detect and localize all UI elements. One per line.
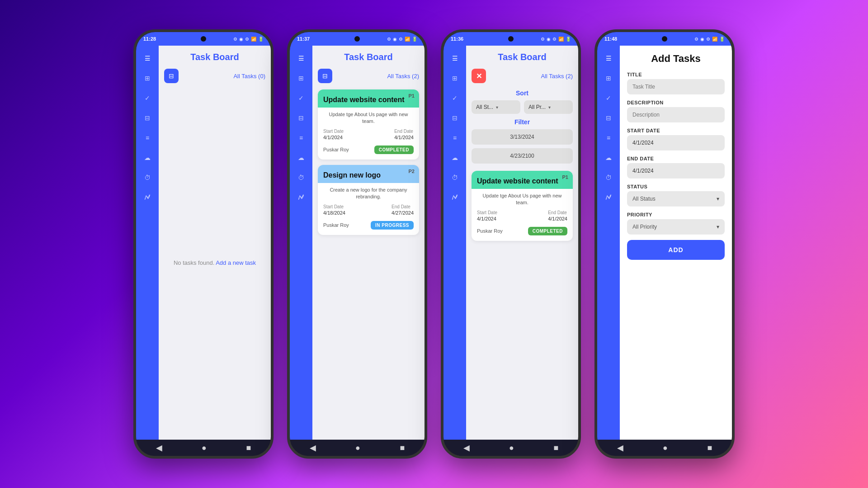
bottom-nav-3: ◀ ● ■ bbox=[443, 440, 578, 456]
sidebar-check-3[interactable]: ✓ bbox=[449, 93, 460, 103]
status-select-4[interactable]: All Status ▾ bbox=[627, 191, 725, 206]
square-btn-3[interactable]: ■ bbox=[553, 443, 558, 453]
sidebar-bars-4[interactable]: ≡ bbox=[603, 132, 614, 143]
filter-button-2[interactable]: ⊟ bbox=[318, 69, 332, 83]
sidebar-calendar-1[interactable]: ⊟ bbox=[142, 113, 153, 123]
start-date-label-1: Start Date bbox=[323, 129, 344, 134]
sidebar-calendar-2[interactable]: ⊟ bbox=[296, 113, 307, 123]
home-btn-4[interactable]: ● bbox=[663, 443, 668, 453]
start-date-input-4[interactable]: 4/1/2024 bbox=[627, 135, 725, 150]
task-card-body-2: Create a new logo for the company rebran… bbox=[318, 183, 419, 235]
sidebar-cloud-4[interactable]: ☁ bbox=[603, 152, 614, 163]
sidebar-cloud-3[interactable]: ☁ bbox=[449, 152, 460, 163]
home-btn-2[interactable]: ● bbox=[355, 443, 360, 453]
sort-title-3: Sort bbox=[472, 89, 573, 97]
empty-state-1: No tasks found. Add a new task bbox=[159, 86, 271, 440]
sidebar-cloud-2[interactable]: ☁ bbox=[296, 152, 307, 163]
square-btn-1[interactable]: ■ bbox=[246, 443, 251, 453]
task-card-title-1: Update website content bbox=[323, 96, 414, 104]
sidebar-check-2[interactable]: ✓ bbox=[296, 93, 307, 103]
square-btn-4[interactable]: ■ bbox=[707, 443, 712, 453]
sidebar-bars-2[interactable]: ≡ bbox=[296, 132, 307, 143]
sidebar-chart-3[interactable]: 🗲 bbox=[449, 192, 460, 203]
back-btn-4[interactable]: ◀ bbox=[617, 443, 623, 453]
end-date-label-1: End Date bbox=[394, 129, 414, 134]
sidebar-chart-4[interactable]: 🗲 bbox=[603, 192, 614, 203]
end-date-label-4: END DATE bbox=[627, 156, 725, 161]
sidebar-clock-4[interactable]: ⏱ bbox=[603, 172, 614, 183]
sidebar-menu-2[interactable]: ☰ bbox=[296, 53, 307, 64]
sidebar-menu-3[interactable]: ☰ bbox=[449, 53, 460, 64]
empty-message-1: No tasks found. Add a new task bbox=[174, 259, 256, 266]
sidebar-check-1[interactable]: ✓ bbox=[142, 93, 153, 103]
sidebar-check-4[interactable]: ✓ bbox=[603, 93, 614, 103]
status-bar-4: 11:48 ⚙◉⚙📶🔋 bbox=[597, 32, 732, 46]
sidebar-bars-1[interactable]: ≡ bbox=[142, 132, 153, 143]
sort-priority-dropdown-3[interactable]: All Pr... ▾ bbox=[524, 100, 573, 114]
sort-status-dropdown-3[interactable]: All St... ▾ bbox=[472, 100, 520, 114]
sort-status-value-3: All St... bbox=[476, 104, 496, 110]
task-card-1[interactable]: P1 Update website content Update tge Abo… bbox=[318, 89, 419, 160]
sidebar-bars-3[interactable]: ≡ bbox=[449, 132, 460, 143]
filter-button-1[interactable]: ⊟ bbox=[164, 69, 179, 83]
camera-dot-4 bbox=[662, 36, 667, 42]
assignee-2: Puskar Roy bbox=[323, 222, 349, 228]
task-list-3: P1 Update website content Update tge Abo… bbox=[466, 171, 578, 440]
sidebar-menu-4[interactable]: ☰ bbox=[603, 53, 614, 64]
phone-2: 11:37 ⚙◉⚙📶🔋 ☰ ⊞ ✓ ⊟ ≡ ☁ ⏱ 🗲 Task Board ⊟… bbox=[287, 29, 427, 459]
priority-select-4[interactable]: All Priority ▾ bbox=[627, 219, 725, 235]
sidebar-calendar-4[interactable]: ⊟ bbox=[603, 113, 614, 123]
close-filter-button-3[interactable]: ✕ bbox=[472, 69, 486, 83]
back-btn-2[interactable]: ◀ bbox=[310, 443, 316, 453]
priority-label-4: PRIORITY bbox=[627, 212, 725, 217]
end-date-value-2: 4/27/2024 bbox=[392, 210, 414, 216]
status-icons-3: ⚙◉⚙📶🔋 bbox=[541, 37, 571, 42]
task-card-3-1[interactable]: P1 Update website content Update tge Abo… bbox=[472, 171, 573, 241]
end-date-input-4[interactable]: 4/1/2024 bbox=[627, 163, 725, 178]
sidebar-grid-4[interactable]: ⊞ bbox=[603, 73, 614, 84]
start-date-value-3-1: 4/1/2024 bbox=[477, 216, 497, 221]
task-card-2[interactable]: P2 Design new logo Create a new logo for… bbox=[318, 165, 419, 235]
sidebar-grid-1[interactable]: ⊞ bbox=[142, 73, 153, 84]
add-task-link-1[interactable]: Add a new task bbox=[216, 259, 256, 266]
task-footer-3-1: Puskar Roy COMPLETED bbox=[477, 225, 567, 237]
sidebar-chart-2[interactable]: 🗲 bbox=[296, 192, 307, 203]
status-bar-1: 11:28 ⚙◉⚙📶🔋 bbox=[136, 32, 271, 46]
sort-status-arrow-3: ▾ bbox=[496, 105, 516, 110]
sidebar-calendar-3[interactable]: ⊟ bbox=[449, 113, 460, 123]
priority-badge-2: P2 bbox=[409, 169, 415, 174]
back-btn-3[interactable]: ◀ bbox=[463, 443, 470, 453]
sidebar-menu-1[interactable]: ☰ bbox=[142, 53, 153, 64]
task-description-2: Create a new logo for the company rebran… bbox=[323, 187, 414, 201]
sidebar-1: ☰ ⊞ ✓ ⊟ ≡ ☁ ⏱ 🗲 bbox=[136, 46, 159, 440]
end-date-value-1: 4/1/2024 bbox=[394, 135, 414, 140]
sidebar-chart-1[interactable]: 🗲 bbox=[142, 192, 153, 203]
sidebar-clock-1[interactable]: ⏱ bbox=[142, 172, 153, 183]
description-input-4[interactable] bbox=[627, 107, 725, 122]
sidebar-clock-3[interactable]: ⏱ bbox=[449, 172, 460, 183]
filter-date-2-3[interactable]: 4/23/2100 bbox=[472, 148, 573, 164]
sidebar-cloud-1[interactable]: ☁ bbox=[142, 152, 153, 163]
phone-3: 11:36 ⚙◉⚙📶🔋 ☰ ⊞ ✓ ⊟ ≡ ☁ ⏱ 🗲 Task Board ✕… bbox=[441, 29, 581, 459]
phone-1: 11:28 ⚙◉⚙📶🔋 ☰ ⊞ ✓ ⊟ ≡ ☁ ⏱ 🗲 Task Board ⊟… bbox=[133, 29, 274, 459]
home-btn-1[interactable]: ● bbox=[202, 443, 207, 453]
back-btn-1[interactable]: ◀ bbox=[156, 443, 162, 453]
app-title-1: Task Board bbox=[164, 52, 265, 62]
task-card-body-1: Update tge About Us page with new team. … bbox=[318, 108, 419, 160]
add-button-4[interactable]: ADD bbox=[627, 240, 725, 260]
filter-date-1-3[interactable]: 3/13/2024 bbox=[472, 129, 573, 145]
phone-body-1: ☰ ⊞ ✓ ⊟ ≡ ☁ ⏱ 🗲 Task Board ⊟ All Tasks (… bbox=[136, 46, 271, 440]
sidebar-grid-3[interactable]: ⊞ bbox=[449, 73, 460, 84]
phone-4: 11:48 ⚙◉⚙📶🔋 ☰ ⊞ ✓ ⊟ ≡ ☁ ⏱ 🗲 Add Tasks TI… bbox=[594, 29, 735, 459]
start-date-group-1: Start Date 4/1/2024 bbox=[323, 129, 344, 140]
status-icons-2: ⚙◉⚙📶🔋 bbox=[387, 37, 417, 42]
title-input-4[interactable] bbox=[627, 79, 725, 94]
camera-dot-2 bbox=[354, 36, 360, 42]
home-btn-3[interactable]: ● bbox=[509, 443, 514, 453]
sidebar-grid-2[interactable]: ⊞ bbox=[296, 73, 307, 84]
square-btn-2[interactable]: ■ bbox=[400, 443, 405, 453]
sidebar-clock-2[interactable]: ⏱ bbox=[296, 172, 307, 183]
task-card-title-2: Design new logo bbox=[323, 171, 414, 179]
app-header-1: Task Board bbox=[159, 46, 271, 66]
task-dates-3-1: Start Date 4/1/2024 End Date 4/1/2024 bbox=[477, 210, 567, 221]
